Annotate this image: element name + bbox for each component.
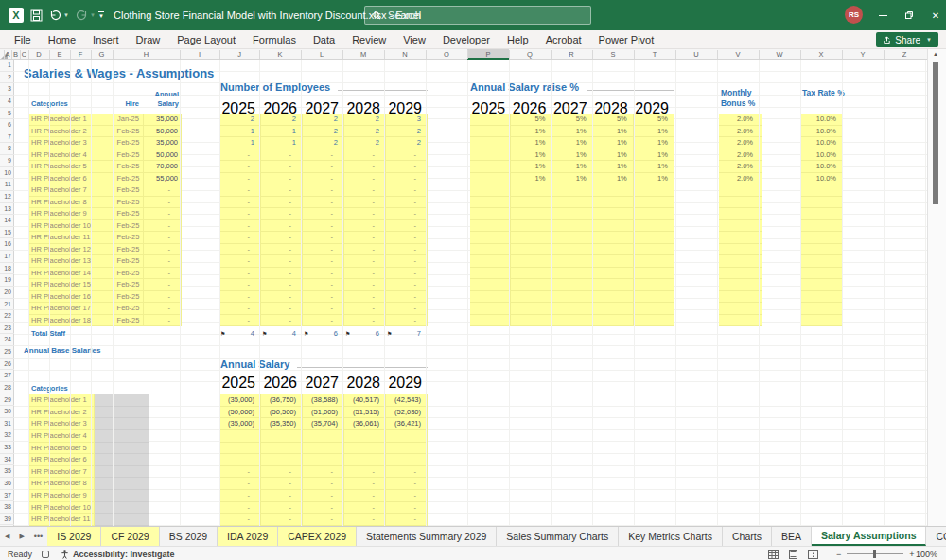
ribbon-tab-file[interactable]: File [6, 30, 40, 49]
data-cell[interactable]: - [386, 244, 428, 256]
staff-hire-cell[interactable]: Feb-25 [114, 315, 144, 327]
table-row[interactable] [470, 291, 674, 304]
staff-hire-cell[interactable]: Feb-25 [114, 268, 144, 280]
data-cell[interactable] [386, 430, 428, 443]
staff-hire-cell[interactable]: Jan-25 [114, 114, 144, 126]
table-row[interactable] [470, 255, 674, 268]
data-cell[interactable]: 2 [219, 114, 261, 126]
data-cell[interactable]: - [261, 268, 303, 280]
sheet-tab-ida-2029[interactable]: IDA 2029 [218, 527, 278, 546]
category-cell[interactable]: HR Placeholder 7 [28, 466, 95, 479]
table-row[interactable] [470, 279, 674, 291]
data-cell[interactable] [470, 303, 511, 315]
data-cell[interactable]: - [303, 184, 344, 197]
row-header-2[interactable]: 2 [0, 72, 14, 84]
column-header-V[interactable]: V [717, 49, 759, 60]
data-cell[interactable]: - [219, 279, 261, 291]
table-row[interactable]: 2.0% [719, 126, 762, 138]
sheet-tab-charts[interactable]: Charts [723, 527, 772, 546]
staff-salary-cell[interactable]: - [144, 303, 182, 315]
data-cell[interactable]: 1% [511, 149, 552, 162]
table-row[interactable]: 1%1%1%1% [470, 161, 674, 173]
scroll-up-icon[interactable]: ▲ [933, 51, 938, 57]
data-cell[interactable] [593, 255, 634, 268]
staff-name-cell[interactable]: HR Placeholder 15 [28, 279, 114, 291]
column-header-M[interactable]: M [342, 49, 384, 60]
table-row[interactable] [470, 315, 674, 327]
data-cell[interactable] [511, 303, 552, 315]
normal-view-button[interactable] [768, 550, 779, 559]
row-header-1[interactable]: 1 [0, 60, 14, 72]
data-cell[interactable]: - [386, 197, 428, 209]
staff-salary-cell[interactable]: 35,000 [144, 137, 182, 149]
table-row[interactable]: HR Placeholder 17Feb-25- [28, 303, 182, 315]
staff-salary-cell[interactable]: 50,000 [144, 149, 182, 162]
table-row[interactable]: 10.0% [800, 126, 843, 138]
data-cell[interactable] [800, 268, 843, 280]
data-cell[interactable]: - [386, 232, 428, 244]
data-cell[interactable]: - [261, 303, 303, 315]
data-cell[interactable]: - [219, 303, 261, 315]
table-row[interactable]: 10.0% [800, 173, 843, 185]
row-header-30[interactable]: 30 [0, 406, 14, 418]
data-cell[interactable] [511, 244, 552, 256]
table-row[interactable]: ----- [219, 244, 428, 256]
data-cell[interactable]: - [386, 184, 428, 197]
column-header-W[interactable]: W [759, 49, 800, 60]
ribbon-tab-page-layout[interactable]: Page Layout [168, 30, 244, 49]
data-cell[interactable]: - [303, 466, 344, 479]
staff-salary-cell[interactable]: - [144, 291, 182, 304]
row-header-29[interactable]: 29 [0, 394, 14, 407]
minimize-button[interactable] [870, 0, 895, 30]
data-cell[interactable]: 1% [634, 126, 674, 138]
data-cell[interactable]: 2.0% [719, 161, 762, 173]
data-cell[interactable]: 1% [552, 126, 592, 138]
table-row[interactable] [800, 184, 843, 197]
data-cell[interactable]: - [386, 514, 428, 526]
data-cell[interactable]: 10.0% [800, 114, 843, 126]
row-header-13[interactable]: 13 [0, 203, 14, 216]
data-cell[interactable]: - [344, 232, 386, 244]
data-cell[interactable]: - [386, 220, 428, 233]
data-cell[interactable] [634, 303, 674, 315]
staff-hire-cell[interactable]: Feb-25 [114, 255, 144, 268]
ribbon-tab-home[interactable]: Home [40, 30, 84, 49]
table-row[interactable]: ----- [219, 197, 428, 209]
column-header-N[interactable]: N [384, 49, 426, 60]
table-row[interactable]: ----- [219, 514, 428, 526]
staff-hire-cell[interactable]: Feb-25 [114, 173, 144, 185]
data-cell[interactable] [593, 184, 634, 197]
data-cell[interactable]: - [219, 291, 261, 304]
data-cell[interactable] [552, 244, 592, 256]
column-header-H[interactable]: H [113, 49, 180, 60]
table-row[interactable]: ----- [219, 173, 428, 185]
staff-hire-cell[interactable]: Feb-25 [114, 126, 144, 138]
data-cell[interactable] [634, 244, 674, 256]
data-cell[interactable] [470, 114, 511, 126]
data-cell[interactable] [800, 220, 843, 233]
data-cell[interactable]: - [219, 502, 261, 515]
column-header-Y[interactable]: Y [842, 49, 884, 60]
data-cell[interactable]: 2 [261, 114, 303, 126]
staff-name-cell[interactable]: HR Placeholder 7 [28, 184, 114, 197]
data-cell[interactable]: 2 [344, 137, 386, 149]
data-cell[interactable]: 3 [386, 114, 428, 126]
data-cell[interactable] [719, 220, 762, 233]
data-cell[interactable]: - [386, 208, 428, 220]
data-cell[interactable]: - [344, 315, 386, 327]
table-row[interactable]: ----- [219, 303, 428, 315]
data-cell[interactable] [552, 303, 592, 315]
data-cell[interactable]: 1% [634, 161, 674, 173]
table-row[interactable]: HR Placeholder 9Feb-25- [28, 208, 182, 220]
data-cell[interactable] [219, 430, 261, 443]
data-cell[interactable] [552, 220, 592, 233]
data-cell[interactable]: (36,061) [344, 418, 386, 430]
column-header-Z[interactable]: Z [884, 49, 925, 60]
table-row[interactable]: HR Placeholder 16Feb-25- [28, 291, 182, 304]
table-row[interactable]: 11222 [219, 137, 428, 149]
data-cell[interactable] [219, 443, 261, 455]
table-row[interactable]: 2.0% [719, 137, 762, 149]
save-button[interactable] [30, 6, 43, 25]
table-row[interactable] [800, 315, 843, 327]
data-cell[interactable]: - [303, 303, 344, 315]
